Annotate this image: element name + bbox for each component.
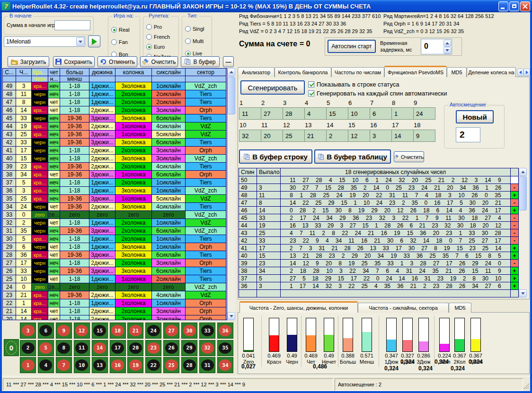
- roulette-number-cell[interactable]: 18: [110, 323, 126, 339]
- combobox-dropdown-button[interactable]: [76, 37, 84, 46]
- resize-grip[interactable]: [523, 383, 529, 389]
- roulette-number-cell[interactable]: 7: [56, 357, 72, 373]
- buffer-row-button[interactable]: В буфер строку: [239, 149, 312, 164]
- spinner-down-button[interactable]: [443, 47, 451, 54]
- roulette-number-cell[interactable]: 23: [145, 340, 161, 356]
- scroll-down-button[interactable]: [519, 289, 527, 297]
- profile-combobox[interactable]: 1Melonati: [4, 36, 85, 47]
- autospin-start-button[interactable]: Автоспин старт: [328, 40, 376, 53]
- tab-item-0[interactable]: Анализатор: [238, 67, 275, 77]
- roulette-number-cell[interactable]: 28: [181, 357, 197, 373]
- tab-item-4[interactable]: MD5: [447, 67, 467, 77]
- roulette-number-cell[interactable]: 29: [181, 340, 197, 356]
- frequency-tab-2[interactable]: MD5: [449, 303, 471, 313]
- roulette-number-cell[interactable]: 16: [110, 357, 126, 373]
- history-table[interactable]: С...Ч...Кра...четбольшдюжинаколонкасиксл…: [2, 68, 227, 320]
- roulette-number-cell[interactable]: 10: [74, 357, 90, 373]
- roulette-number-cell[interactable]: 31: [199, 357, 215, 373]
- roulette-number-cell[interactable]: 8: [56, 340, 72, 356]
- roulette-number-cell[interactable]: 24: [145, 323, 161, 339]
- buffer-table-button[interactable]: В буфер таблицу: [314, 149, 391, 164]
- scroll-up-button[interactable]: [227, 68, 235, 76]
- close-button[interactable]: [520, 1, 530, 11]
- roulette-number-cell[interactable]: 35: [217, 340, 233, 356]
- title-bar[interactable]: 7 HelperRoullet 4.32- create helperroull…: [0, 0, 532, 12]
- load-button[interactable]: Загрузить: [8, 56, 49, 67]
- roulette-number-cell[interactable]: 12: [74, 323, 90, 339]
- history-table-scrollbar[interactable]: [227, 68, 235, 320]
- roulette-number-cell[interactable]: 1: [20, 357, 36, 373]
- roulette-number-cell[interactable]: 30: [181, 323, 197, 339]
- spin-number: 33: [403, 253, 409, 259]
- save-button[interactable]: Сохранить: [53, 56, 95, 67]
- history-cell: кра...: [32, 106, 48, 114]
- roulette-number-cell[interactable]: 6: [38, 323, 54, 339]
- collapse-button[interactable]: —: [223, 56, 234, 67]
- show-in-status-checkbox[interactable]: Показывать в строке статуса: [308, 81, 399, 88]
- roulette-number-cell[interactable]: 36: [217, 323, 233, 339]
- roulette-number-cell[interactable]: 32: [199, 340, 215, 356]
- roulette-number-cell[interactable]: 2: [20, 340, 36, 356]
- tab-item-1[interactable]: Контроль банкролла: [275, 67, 331, 77]
- generator-clear-button[interactable]: Очистить: [394, 151, 424, 162]
- roulette-number-cell[interactable]: 22: [145, 357, 161, 373]
- scrollbar-thumb[interactable]: [519, 176, 527, 210]
- roulette-number-cell[interactable]: 14: [92, 340, 108, 356]
- radio-option-fan[interactable]: Fan: [111, 39, 128, 45]
- clear-button[interactable]: Очистить: [140, 56, 178, 67]
- delay-spinner[interactable]: 0: [421, 39, 452, 54]
- tab-item-5[interactable]: Деление колеса на: [467, 67, 516, 77]
- spin-number: 24: [419, 268, 426, 274]
- freq-bar-fill: [362, 332, 372, 351]
- undo-button[interactable]: Отменить: [98, 56, 137, 67]
- tab-scroll-left-button[interactable]: [517, 69, 523, 76]
- frequency-tab-0[interactable]: Частота - Zero, шансы, дюжины, колонки: [239, 301, 358, 313]
- scrollbar-thumb[interactable]: [227, 77, 235, 114]
- scroll-up-button[interactable]: [519, 168, 527, 176]
- spin-table[interactable]: СпинВыпало18 сгенерированных случайных ч…: [239, 168, 519, 297]
- tab-scroll-right-button[interactable]: [523, 69, 530, 76]
- play-button[interactable]: [88, 35, 100, 47]
- roulette-number-cell[interactable]: 20: [127, 340, 143, 356]
- start-sum-input[interactable]: [54, 20, 90, 30]
- roulette-number-cell[interactable]: 15: [92, 323, 108, 339]
- radio-option-french[interactable]: French: [146, 34, 170, 40]
- roulette-number-cell[interactable]: 5: [38, 340, 54, 356]
- roulette-number-cell[interactable]: 9: [56, 323, 72, 339]
- roulette-number-cell[interactable]: 11: [74, 340, 90, 356]
- generate-each-spin-checkbox[interactable]: Генерировать на каждый спин автоматическ…: [308, 90, 447, 97]
- scroll-down-button[interactable]: [227, 312, 235, 320]
- roulette-number-cell[interactable]: 17: [110, 340, 126, 356]
- frequency-tab-1[interactable]: Частота - сиклайны, сектора: [358, 303, 449, 313]
- radio-option-real[interactable]: Real: [111, 27, 130, 33]
- autoshift-value-field[interactable]: 2: [456, 127, 480, 142]
- to-buffer-button[interactable]: В буфер: [181, 56, 220, 67]
- spin-numbers-cell: 27518291517220241416312319283010: [281, 275, 511, 282]
- spin-table-scrollbar[interactable]: [519, 168, 527, 297]
- spinner-up-button[interactable]: [443, 40, 451, 47]
- roulette-number-cell[interactable]: 26: [163, 340, 179, 356]
- autoshift-new-button[interactable]: Новый: [456, 110, 494, 123]
- radio-option-live[interactable]: Live: [185, 51, 202, 56]
- radio-option-euro[interactable]: Euro: [146, 44, 165, 50]
- roulette-number-cell[interactable]: 34: [217, 357, 233, 373]
- spin-number: 11: [402, 192, 408, 199]
- radio-option-multi[interactable]: Multi: [185, 38, 204, 44]
- roulette-zero-cell[interactable]: 0: [4, 339, 19, 356]
- roulette-number-cell[interactable]: 13: [92, 357, 108, 373]
- generate-button[interactable]: Сгенерировать: [240, 80, 305, 95]
- roulette-number-cell[interactable]: 4: [38, 357, 54, 373]
- freq-total-label: 0,324: [394, 358, 421, 365]
- maximize-button[interactable]: [509, 1, 519, 11]
- roulette-number-cell[interactable]: 27: [163, 323, 179, 339]
- tab-item-2[interactable]: Частоты по числам: [331, 67, 384, 77]
- roulette-number-cell[interactable]: 21: [127, 323, 143, 339]
- roulette-number-cell[interactable]: 33: [199, 323, 215, 339]
- roulette-number-cell[interactable]: 19: [127, 357, 143, 373]
- radio-option-singl[interactable]: Singl: [185, 26, 204, 32]
- minimize-button[interactable]: [498, 1, 508, 11]
- roulette-number-cell[interactable]: 25: [163, 357, 179, 373]
- radio-option-pro[interactable]: Pro: [146, 24, 162, 30]
- tab-funkcional-psevdoms[interactable]: Функционал PsevdoMS: [384, 66, 447, 77]
- roulette-number-cell[interactable]: 3: [20, 323, 36, 339]
